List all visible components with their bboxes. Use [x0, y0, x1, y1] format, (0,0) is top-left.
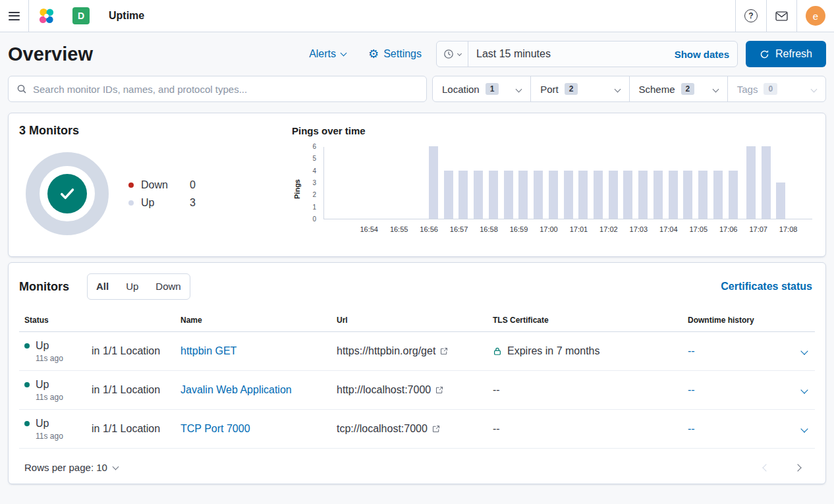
downtime-cell: --	[688, 384, 789, 396]
search-box	[8, 76, 427, 102]
help-button[interactable]: ?	[736, 0, 766, 32]
next-page-button[interactable]	[794, 464, 801, 471]
chevron-down-icon	[712, 86, 719, 92]
table-row: Up 11s ago in 1/1 Location Javalin Web A…	[19, 371, 815, 410]
status-label: Up	[36, 379, 49, 391]
chevron-down-icon	[614, 86, 621, 92]
tls-cell: --	[493, 384, 688, 396]
ping-bar	[429, 146, 438, 219]
column-url: Url	[337, 316, 493, 325]
filter-label: Location	[442, 84, 480, 95]
column-name: Name	[181, 316, 337, 325]
top-navigation-bar: D Uptime ? e	[0, 0, 834, 32]
status-up-dot	[24, 382, 30, 387]
date-range-value[interactable]: Last 15 minutes	[468, 48, 667, 60]
expand-row-button[interactable]	[789, 426, 815, 432]
certificates-status-link[interactable]: Certificates status	[721, 281, 815, 293]
monitor-url: https://httpbin.org/get	[337, 345, 435, 357]
legend-label: Down	[141, 179, 181, 191]
status-label: Up	[36, 418, 49, 430]
x-axis-tick-label: 16:56	[420, 225, 438, 233]
filter-label: Tags	[737, 84, 758, 95]
table-row: Up 11s ago in 1/1 Location TCP Port 7000…	[19, 410, 815, 449]
lock-icon	[493, 347, 502, 356]
status-cell: Up 11s ago in 1/1 Location	[19, 379, 181, 402]
status-up-dot	[24, 343, 30, 349]
x-axis-tick-label: 17:01	[570, 225, 588, 233]
chevron-down-icon	[800, 347, 808, 354]
legend-item-down: Down 0	[128, 179, 196, 191]
tls-expiry: Expires in 7 months	[507, 345, 600, 357]
chevron-down-icon	[811, 86, 818, 92]
menu-button[interactable]	[0, 0, 28, 32]
monitor-url: http://localhost:7000	[337, 384, 431, 396]
filter-up-button[interactable]: Up	[117, 274, 147, 299]
status-ago: 11s ago	[36, 354, 92, 363]
help-icon: ?	[744, 9, 758, 22]
up-dot-icon	[128, 200, 134, 206]
search-input[interactable]	[33, 84, 418, 95]
ping-bar	[653, 171, 663, 219]
x-axis-tick-label: 17:04	[659, 225, 678, 233]
x-axis-tick-label: 16:55	[390, 225, 408, 233]
filter-count-badge: 2	[565, 83, 578, 95]
status-up-dot	[24, 421, 30, 426]
rows-per-page-button[interactable]: Rows per page: 10	[24, 462, 118, 473]
external-link-icon[interactable]	[435, 386, 443, 394]
ping-bar	[609, 171, 618, 219]
y-axis-ticks: 0123456	[302, 147, 320, 219]
monitors-title: Monitors	[19, 280, 69, 294]
status-cell: Up 11s ago in 1/1 Location	[19, 340, 181, 363]
external-link-icon[interactable]	[440, 347, 448, 355]
filter-bar: Location 1 Port 2 Scheme 2 Tags 0	[8, 76, 826, 102]
x-axis-tick-label: 17:07	[749, 225, 767, 233]
expand-row-button[interactable]	[789, 349, 815, 354]
monitor-name-link[interactable]: TCP Port 7000	[181, 423, 250, 434]
external-link-icon[interactable]	[432, 425, 440, 433]
monitors-snapshot: 3 Monitors Down 0	[19, 124, 292, 250]
filter-down-button[interactable]: Down	[147, 274, 189, 299]
elastic-logo[interactable]	[29, 0, 64, 32]
tls-expiry: --	[493, 423, 500, 435]
snapshot-panel: 3 Monitors Down 0	[8, 113, 826, 257]
ping-bar	[474, 171, 483, 219]
previous-page-button[interactable]	[762, 464, 769, 471]
tls-cell: Expires in 7 months	[493, 345, 688, 357]
ping-bar	[623, 171, 632, 219]
x-axis-tick-label: 17:08	[779, 225, 798, 233]
monitor-name-link[interactable]: httpbin GET	[181, 345, 236, 356]
ping-bar	[729, 171, 738, 219]
filter-location[interactable]: Location 1	[433, 76, 531, 101]
y-axis-tick-label: 1	[312, 204, 316, 211]
ping-bar	[683, 171, 692, 219]
date-quick-select-button[interactable]	[437, 42, 468, 67]
space-badge-letter: D	[72, 7, 90, 24]
snapshot-title: 3 Monitors	[19, 124, 292, 138]
settings-button[interactable]: ⚙ Settings	[368, 48, 422, 60]
column-downtime: Downtime history	[688, 316, 789, 325]
ping-bar	[549, 171, 558, 219]
monitors-header: Monitors All Up Down Certificates status	[19, 273, 815, 300]
chevron-down-icon	[112, 464, 119, 470]
refresh-button[interactable]: Refresh	[746, 41, 826, 67]
newsfeed-button[interactable]	[767, 0, 796, 32]
ping-bar	[594, 171, 603, 219]
expand-row-button[interactable]	[789, 387, 815, 393]
filter-scheme[interactable]: Scheme 2	[630, 76, 728, 101]
filter-port[interactable]: Port 2	[531, 76, 629, 101]
page-content: Overview Alerts ⚙ Settings Last 15 minut…	[0, 32, 834, 484]
ping-bar	[504, 171, 513, 219]
envelope-icon	[775, 11, 788, 21]
show-dates-button[interactable]: Show dates	[667, 49, 737, 60]
monitor-location: in 1/1 Location	[92, 423, 160, 435]
space-badge[interactable]: D	[64, 0, 98, 32]
legend-label: Up	[141, 197, 181, 209]
y-axis-tick-label: 3	[312, 180, 316, 186]
user-menu-button[interactable]: e	[797, 0, 834, 32]
alerts-dropdown[interactable]: Alerts	[309, 48, 346, 60]
x-axis-tick-label: 17:02	[599, 225, 618, 233]
donut-legend: Down 0 Up 3	[128, 173, 196, 215]
filter-all-button[interactable]: All	[88, 274, 117, 299]
filter-count-badge: 2	[681, 83, 695, 95]
monitor-name-link[interactable]: Javalin Web Application	[181, 384, 292, 395]
